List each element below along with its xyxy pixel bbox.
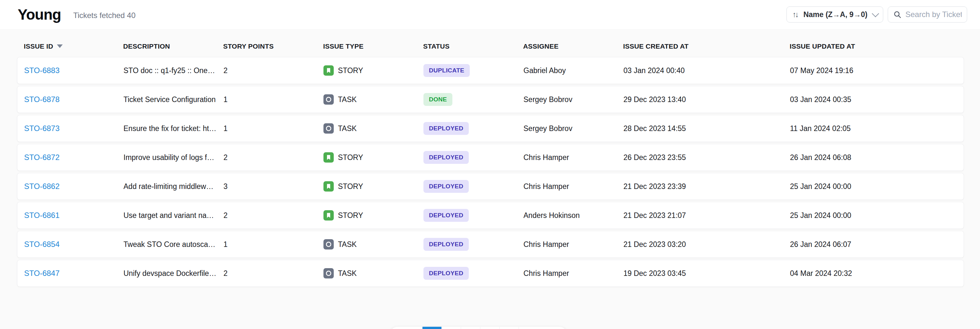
next-page-button[interactable]: Next → (519, 327, 567, 329)
column-header-issue-updated-at: ISSUE UPDATED AT (790, 43, 974, 50)
column-header-issue-type: ISSUE TYPE (323, 43, 423, 50)
status-badge: DEPLOYED (423, 122, 469, 135)
issue-created-at: 21 Dec 2023 21:07 (624, 211, 790, 220)
table-row: STO-6854 Tweak STO Core autoscaling par.… (17, 231, 964, 258)
top-bar: Young Tickets fetched 40 ↑↓ Name (Z→A, 9… (0, 0, 980, 29)
search-input[interactable] (905, 10, 962, 19)
status-badge: DEPLOYED (423, 209, 469, 222)
story-type-icon (323, 210, 334, 220)
table-row: STO-6862 Add rate-limiting middleware to… (17, 173, 964, 200)
issue-created-at: 26 Dec 2023 23:55 (624, 153, 790, 162)
assignee: Chris Hamper (523, 269, 624, 278)
assignee: Anders Hokinson (523, 211, 624, 220)
story-type-icon (323, 65, 334, 76)
column-header-assignee: ASSIGNEE (523, 43, 623, 50)
pagination: ← Prev 12345Next → (390, 327, 567, 329)
issue-updated-at: 25 Jan 2024 00:00 (790, 211, 960, 220)
story-points: 1 (223, 95, 323, 104)
status-badge: DEPLOYED (423, 267, 469, 280)
sort-dropdown-label: Name (Z→A, 9→0) (803, 10, 867, 19)
issue-created-at: 03 Jan 2024 00:40 (624, 66, 790, 75)
issue-type: TASK (323, 268, 423, 278)
status-badge: DEPLOYED (423, 238, 469, 251)
search-icon (893, 10, 902, 19)
story-points: 2 (223, 269, 323, 278)
sort-arrows-icon: ↑↓ (792, 10, 799, 19)
issue-description: Unify devspace Dockerfile build (124, 269, 223, 278)
prev-page-button[interactable]: ← Prev (390, 327, 422, 329)
issue-id-link[interactable]: STO-6878 (24, 95, 59, 104)
issue-type: STORY (323, 65, 423, 76)
assignee: Gabriel Aboy (523, 66, 624, 75)
table-row: STO-6873 Ensure the fix for ticket: http… (17, 115, 964, 142)
issue-updated-at: 03 Jan 2024 00:35 (790, 95, 960, 104)
page-button-2[interactable]: 2 (441, 327, 461, 329)
issue-id-link[interactable]: STO-6847 (24, 269, 59, 278)
page-button-5[interactable]: 5 (500, 327, 519, 329)
assignee: Chris Hamper (523, 182, 624, 191)
status-badge: DEPLOYED (423, 151, 469, 164)
issue-id-link[interactable]: STO-6862 (24, 182, 59, 190)
issue-created-at: 19 Dec 2023 03:45 (624, 269, 790, 278)
issue-updated-at: 04 Mar 2024 20:32 (790, 269, 960, 278)
story-points: 2 (223, 211, 323, 220)
issue-description: Improve usability of logs for failur... (124, 153, 223, 162)
issue-description: Tweak STO Core autoscaling par... (124, 240, 223, 249)
issue-description: Add rate-limiting middleware to S... (124, 182, 223, 191)
story-points: 1 (223, 240, 323, 249)
issue-type: TASK (323, 239, 423, 249)
chevron-down-icon (872, 10, 879, 18)
issue-updated-at: 07 May 2024 19:16 (790, 66, 960, 75)
story-points: 3 (223, 182, 323, 191)
table-row: STO-6878 Ticket Service Configuration 1 … (17, 86, 964, 113)
issue-type: STORY (323, 152, 423, 163)
circle-icon (325, 125, 332, 132)
column-header-issue-id[interactable]: ISSUE ID (24, 43, 123, 50)
per-page-text: Showing 8 per page (886, 328, 958, 329)
assignee: Sergey Bobrov (523, 95, 624, 104)
issue-type: STORY (323, 181, 423, 192)
column-header-story-points: STORY POINTS (223, 43, 323, 50)
issue-updated-at: 25 Jan 2024 00:00 (790, 182, 960, 191)
issue-description: Ticket Service Configuration (124, 95, 223, 104)
bookmark-icon (325, 154, 332, 161)
issue-id-link[interactable]: STO-6854 (24, 240, 59, 249)
page-button-1[interactable]: 1 (422, 327, 441, 329)
table-header-row: ISSUE ID DESCRIPTION STORY POINTS ISSUE … (0, 29, 980, 57)
column-header-issue-created-at: ISSUE CREATED AT (623, 43, 790, 50)
page-button-3[interactable]: 3 (461, 327, 480, 329)
issue-created-at: 28 Dec 2023 14:55 (624, 124, 790, 133)
circle-icon (325, 241, 332, 248)
issue-id-link[interactable]: STO-6872 (24, 153, 59, 161)
page-button-4[interactable]: 4 (480, 327, 500, 329)
issue-description: STO doc :: q1-fy25 :: One-click e... (124, 66, 223, 75)
issue-type: TASK (323, 123, 423, 134)
circle-icon (325, 96, 332, 103)
issue-updated-at: 11 Jan 2024 02:05 (790, 124, 960, 133)
issue-id-link[interactable]: STO-6861 (24, 211, 59, 220)
issue-created-at: 21 Dec 2023 23:39 (624, 182, 790, 191)
story-points: 2 (223, 153, 323, 162)
status-badge: DONE (423, 93, 452, 106)
issue-id-link[interactable]: STO-6883 (24, 66, 59, 75)
table-row: STO-6861 Use target and variant name sea… (17, 202, 964, 229)
issue-id-link[interactable]: STO-6873 (24, 124, 59, 133)
sort-dropdown[interactable]: ↑↓ Name (Z→A, 9→0) (786, 6, 883, 22)
bookmark-icon (325, 67, 332, 74)
table-row: STO-6872 Improve usability of logs for f… (17, 144, 964, 171)
column-header-description: DESCRIPTION (123, 43, 223, 50)
table-row: STO-6883 STO doc :: q1-fy25 :: One-click… (17, 57, 964, 84)
status-badge: DUPLICATE (423, 64, 470, 77)
story-type-icon (323, 181, 334, 192)
sort-caret-icon (57, 45, 63, 48)
task-type-icon (323, 239, 334, 249)
bookmark-icon (325, 212, 332, 219)
issue-created-at: 21 Dec 2023 03:20 (624, 240, 790, 249)
table-row: STO-6847 Unify devspace Dockerfile build… (17, 260, 964, 287)
circle-icon (325, 270, 332, 277)
task-type-icon (323, 94, 334, 105)
story-points: 2 (223, 66, 323, 75)
issue-type: STORY (323, 210, 423, 220)
tickets-fetched-count: Tickets fetched 40 (73, 9, 136, 20)
issue-type: TASK (323, 94, 423, 105)
